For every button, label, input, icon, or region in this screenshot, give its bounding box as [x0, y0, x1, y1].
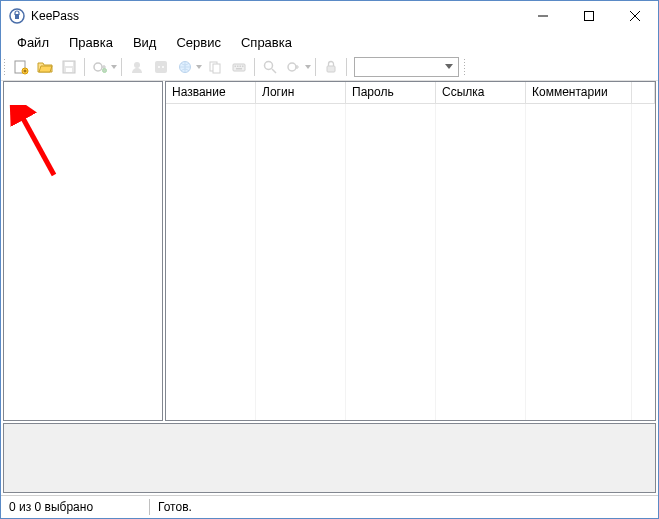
svg-rect-18 [235, 65, 237, 67]
title-bar: KeePass [1, 1, 658, 31]
window-controls [520, 1, 658, 31]
svg-rect-19 [237, 65, 239, 67]
open-database-button[interactable] [34, 56, 56, 78]
svg-rect-21 [242, 65, 244, 67]
svg-point-13 [162, 66, 164, 68]
column-title[interactable]: Название [166, 82, 256, 104]
show-entries-dropdown[interactable] [304, 56, 312, 78]
svg-point-24 [288, 63, 296, 71]
copy-url-button[interactable] [204, 56, 226, 78]
svg-rect-16 [213, 64, 220, 73]
menu-help[interactable]: Справка [231, 33, 302, 52]
svg-point-10 [134, 62, 140, 68]
save-database-button[interactable] [58, 56, 80, 78]
show-entries-button[interactable] [283, 56, 305, 78]
status-bar: 0 из 0 выбрано Готов. [1, 495, 658, 518]
add-entry-dropdown[interactable] [110, 56, 118, 78]
copy-password-button[interactable] [150, 56, 172, 78]
menu-tools[interactable]: Сервис [166, 33, 231, 52]
menu-file[interactable]: Файл [7, 33, 59, 52]
status-ready: Готов. [150, 496, 200, 518]
group-tree[interactable] [3, 81, 163, 421]
svg-rect-7 [66, 68, 72, 72]
entry-list-header: Название Логин Пароль Ссылка Комментарии [166, 82, 655, 104]
main-area: Название Логин Пароль Ссылка Комментарии [1, 81, 658, 423]
menu-view[interactable]: Вид [123, 33, 167, 52]
column-username[interactable]: Логин [256, 82, 346, 104]
add-entry-button[interactable] [89, 56, 111, 78]
status-selection: 0 из 0 выбрано [1, 496, 149, 518]
toolbar-grip [463, 58, 467, 76]
column-padding [632, 82, 655, 104]
column-url[interactable]: Ссылка [436, 82, 526, 104]
copy-username-button[interactable] [126, 56, 148, 78]
toolbar-separator [346, 58, 347, 76]
menu-bar: Файл Правка Вид Сервис Справка [1, 31, 658, 53]
open-url-button[interactable] [174, 56, 196, 78]
find-button[interactable] [259, 56, 281, 78]
close-button[interactable] [612, 1, 658, 31]
svg-rect-6 [65, 62, 73, 66]
chevron-down-icon [442, 58, 456, 76]
svg-rect-17 [233, 64, 245, 71]
open-url-dropdown[interactable] [195, 56, 203, 78]
column-notes[interactable]: Комментарии [526, 82, 632, 104]
entry-detail-pane [3, 423, 656, 493]
app-icon [9, 8, 25, 24]
svg-point-12 [158, 66, 160, 68]
quick-search-combo[interactable] [354, 57, 459, 77]
svg-rect-20 [240, 65, 242, 67]
svg-rect-22 [236, 68, 242, 70]
toolbar [1, 53, 658, 81]
toolbar-grip [3, 58, 7, 76]
menu-edit[interactable]: Правка [59, 33, 123, 52]
maximize-button[interactable] [566, 1, 612, 31]
toolbar-separator [121, 58, 122, 76]
toolbar-separator [254, 58, 255, 76]
new-database-button[interactable] [10, 56, 32, 78]
autotype-button[interactable] [228, 56, 250, 78]
column-password[interactable]: Пароль [346, 82, 436, 104]
svg-rect-2 [585, 12, 594, 21]
entry-list-pane: Название Логин Пароль Ссылка Комментарии [165, 81, 658, 423]
svg-rect-25 [327, 66, 335, 72]
toolbar-separator [315, 58, 316, 76]
minimize-button[interactable] [520, 1, 566, 31]
main-window: KeePass Файл Правка Вид Сервис Справка [0, 0, 659, 519]
lock-workspace-button[interactable] [320, 56, 342, 78]
entry-list[interactable] [165, 104, 656, 421]
svg-point-8 [94, 63, 102, 71]
window-title: KeePass [31, 9, 520, 23]
svg-rect-11 [155, 61, 167, 73]
svg-point-9 [103, 68, 107, 72]
svg-point-23 [265, 61, 273, 69]
toolbar-separator [84, 58, 85, 76]
